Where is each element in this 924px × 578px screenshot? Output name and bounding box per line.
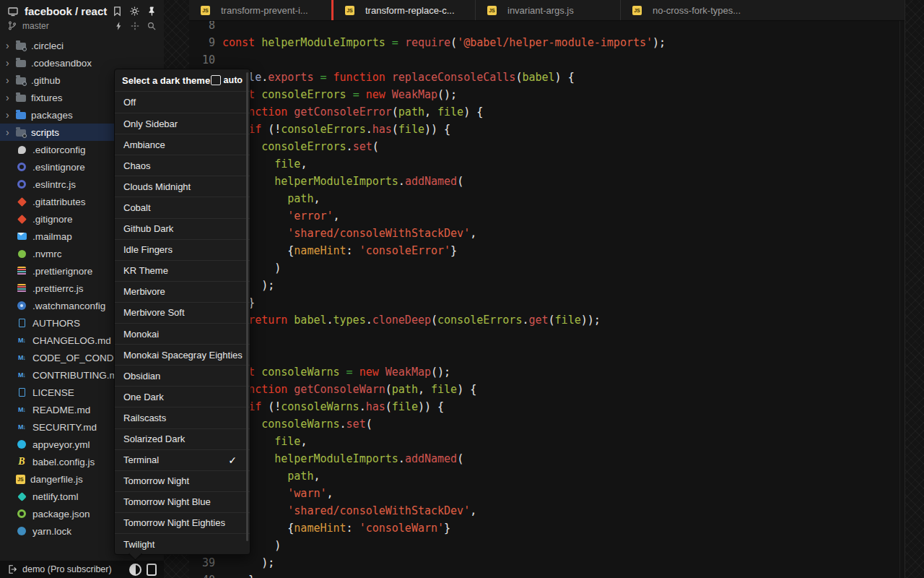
file-label: .nvmrc (32, 249, 62, 259)
bookmark-icon[interactable] (112, 6, 123, 17)
code-line: 35 'warn', (189, 485, 905, 502)
prettier-icon (16, 265, 27, 277)
code-line: 11module.exports = function replaceConso… (189, 69, 905, 86)
prettier-icon (16, 282, 27, 294)
theme-option-label: Idle Fingers (123, 244, 241, 255)
chevron-right-icon: › (6, 92, 16, 103)
theme-option-monokai-spacegray-eighties[interactable]: Monokai Spacegray Eighties (115, 344, 250, 365)
theme-option-tomorrow-night[interactable]: Tomorrow Night (115, 470, 250, 491)
theme-option-label: Tomorrow Night Eighties (123, 517, 241, 528)
folder-github-icon (16, 77, 26, 85)
code-line: 17 helperModuleImports.addNamed( (189, 173, 905, 190)
node-icon (16, 248, 27, 259)
file-label: .github (31, 75, 61, 86)
eslint-icon (16, 161, 27, 173)
theme-option-ambiance[interactable]: Ambiance (115, 134, 250, 155)
editor-scrollbar[interactable] (899, 20, 900, 578)
folder-icon (16, 95, 26, 102)
target-icon[interactable] (130, 21, 140, 31)
file-label: .editorconfig (32, 144, 86, 155)
gear-icon[interactable] (129, 6, 140, 17)
file-label: .eslintrc.js (32, 179, 76, 190)
search-icon[interactable] (147, 21, 157, 31)
theme-option-railscasts[interactable]: Railscasts (115, 407, 250, 428)
theme-contrast-toggle-icon[interactable] (129, 564, 141, 576)
theme-option-label: Merbivore (123, 286, 241, 297)
tab-bar: transform-prevent-i...transform-replace-… (189, 0, 905, 21)
branch-selector[interactable]: master (7, 20, 157, 31)
code-line: 30 if (!consoleWarns.has(file)) { (189, 398, 905, 415)
code-line: 15 consoleErrors.set( (189, 138, 905, 155)
theme-option-label: Only Sidebar (123, 118, 241, 129)
file-label: yarn.lock (32, 526, 71, 537)
line-text: } (222, 571, 255, 578)
editor-pane[interactable]: transform-prevent-i...transform-replace-… (189, 0, 905, 578)
theme-option-kr-theme[interactable]: KR Theme (115, 260, 250, 281)
file-label: .gitignore (32, 214, 73, 225)
watchman-icon (16, 300, 27, 311)
theme-option-label: Obsidian (123, 371, 241, 381)
line-number: 39 (189, 554, 215, 571)
theme-option-label: Merbivore Soft (123, 307, 241, 318)
file-label: AUTHORS (32, 318, 80, 329)
folder-scripts-icon (16, 129, 26, 137)
theme-menu-scrollbar[interactable] (246, 72, 248, 541)
eslint-icon (16, 178, 27, 190)
theme-option-label: Monokai (123, 329, 241, 340)
tab-label: transform-replace-c... (365, 5, 455, 16)
theme-option-solarized-dark[interactable]: Solarized Dark (115, 428, 250, 449)
line-text: ); (222, 554, 274, 571)
markdown-icon (16, 352, 27, 363)
code-line: 39 ); (189, 554, 905, 571)
app-window: facebook / react master ›.circleci›.code… (0, 0, 924, 578)
lightning-icon[interactable] (114, 21, 123, 31)
code-lines[interactable]: 89const helperModuleImports = require('@… (189, 17, 905, 578)
code-line: 14 if (!consoleErrors.has(file)) { (189, 121, 905, 138)
theme-option-one-dark[interactable]: One Dark (115, 386, 250, 407)
code-line: 31 consoleWarns.set( (189, 415, 905, 433)
line-text: module.exports = function replaceConsole… (222, 69, 575, 86)
line-text: const helperModuleImports = require('@ba… (222, 34, 666, 51)
theme-option-merbivore[interactable]: Merbivore (115, 281, 250, 302)
code-line: 10 (189, 51, 905, 69)
auto-checkbox[interactable] (211, 75, 221, 85)
theme-option-idle-fingers[interactable]: Idle Fingers (115, 239, 250, 260)
file-label: CONTRIBUTING.md (32, 370, 123, 381)
theme-option-merbivore-soft[interactable]: Merbivore Soft (115, 302, 250, 323)
code-line: 38 ) (189, 537, 905, 554)
code-line: 21 {nameHint: 'consoleError'} (189, 242, 905, 259)
sign-in-icon[interactable] (7, 564, 17, 574)
mail-icon (16, 230, 27, 242)
theme-option-monokai[interactable]: Monokai (115, 323, 250, 344)
theme-option-terminal[interactable]: Terminal✓ (115, 449, 250, 470)
auto-checkbox-label: auto (224, 75, 243, 85)
tab-no-cross-fork-types-[interactable]: no-cross-fork-types... (620, 0, 745, 20)
theme-option-label: Clouds Midnight (123, 181, 241, 192)
theme-option-clouds-midnight[interactable]: Clouds Midnight (115, 176, 250, 197)
file-item--circleci[interactable]: ›.circleci (0, 37, 164, 54)
theme-option-off[interactable]: Off (115, 92, 250, 113)
theme-option-obsidian[interactable]: Obsidian (115, 365, 250, 386)
theme-menu-items: OffOnly SidebarAmbianceChaosClouds Midni… (115, 92, 250, 554)
tab-invariant-args-js[interactable]: invariant-args.js (475, 0, 620, 20)
theme-option-only-sidebar[interactable]: Only Sidebar (115, 113, 250, 134)
markdown-icon (16, 421, 27, 433)
theme-option-cobalt[interactable]: Cobalt (115, 197, 250, 217)
theme-menu-header: Select a dark theme auto (115, 69, 250, 92)
line-text: function getConsoleWarn(path, file) { (222, 381, 476, 398)
theme-option-label: Terminal (123, 454, 228, 465)
layout-toggle-icon[interactable] (147, 564, 157, 576)
theme-option-tomorrow-night-eighties[interactable]: Tomorrow Night Eighties (115, 512, 250, 533)
pin-icon[interactable] (147, 6, 157, 17)
user-status-label: demo (Pro subscriber) (22, 564, 129, 574)
code-line: 36 'shared/consoleWithStackDev', (189, 502, 905, 519)
theme-option-chaos[interactable]: Chaos (115, 155, 250, 176)
code-line: 22 ) (189, 259, 905, 277)
theme-option-github-dark[interactable]: Github Dark (115, 218, 250, 239)
editorconfig-icon (16, 144, 27, 155)
tab-transform-prevent-i-[interactable]: transform-prevent-i... (189, 0, 331, 20)
tab-transform-replace-c-[interactable]: transform-replace-c... (331, 0, 475, 20)
line-text: 'shared/consoleWithStackDev', (222, 225, 476, 242)
code-line: 13 function getConsoleError(path, file) … (189, 103, 905, 121)
theme-option-tomorrow-night-blue[interactable]: Tomorrow Night Blue (115, 491, 250, 512)
